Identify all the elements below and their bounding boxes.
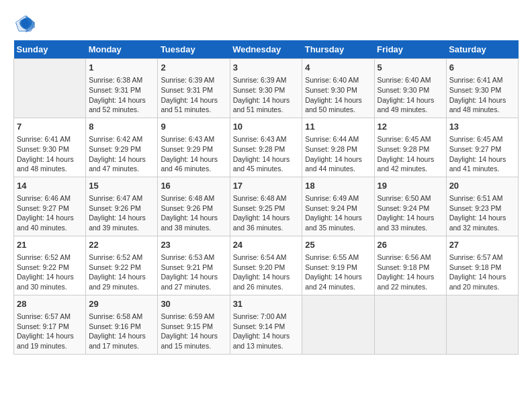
day-info: Sunrise: 6:45 AM Sunset: 9:27 PM Dayligh… xyxy=(449,134,515,174)
day-number: 23 xyxy=(161,239,226,251)
logo-icon xyxy=(15,13,35,34)
calendar-cell: 31Sunrise: 7:00 AM Sunset: 9:14 PM Dayli… xyxy=(230,295,302,354)
calendar-cell: 16Sunrise: 6:48 AM Sunset: 9:26 PM Dayli… xyxy=(158,177,230,236)
day-number: 25 xyxy=(305,239,371,251)
day-number: 5 xyxy=(378,62,443,74)
week-row-1: 1Sunrise: 6:38 AM Sunset: 9:31 PM Daylig… xyxy=(14,59,519,118)
calendar-cell xyxy=(14,59,86,118)
day-number: 27 xyxy=(449,239,515,251)
calendar-cell: 1Sunrise: 6:38 AM Sunset: 9:31 PM Daylig… xyxy=(86,59,158,118)
day-number: 4 xyxy=(305,62,371,74)
calendar-cell: 12Sunrise: 6:45 AM Sunset: 9:28 PM Dayli… xyxy=(374,118,446,177)
calendar-cell: 28Sunrise: 6:57 AM Sunset: 9:17 PM Dayli… xyxy=(14,295,86,354)
day-info: Sunrise: 6:57 AM Sunset: 9:17 PM Dayligh… xyxy=(17,312,83,351)
day-number: 10 xyxy=(233,121,300,133)
week-row-5: 28Sunrise: 6:57 AM Sunset: 9:17 PM Dayli… xyxy=(14,295,519,354)
weekday-header-wednesday: Wednesday xyxy=(230,40,302,59)
day-info: Sunrise: 6:38 AM Sunset: 9:31 PM Dayligh… xyxy=(89,75,154,115)
day-info: Sunrise: 6:45 AM Sunset: 9:28 PM Dayligh… xyxy=(378,134,443,174)
calendar-cell: 14Sunrise: 6:46 AM Sunset: 9:27 PM Dayli… xyxy=(14,177,86,236)
calendar-cell: 2Sunrise: 6:39 AM Sunset: 9:31 PM Daylig… xyxy=(158,59,230,118)
calendar-cell: 24Sunrise: 6:54 AM Sunset: 9:20 PM Dayli… xyxy=(230,236,302,295)
calendar-cell: 5Sunrise: 6:40 AM Sunset: 9:30 PM Daylig… xyxy=(374,59,446,118)
day-info: Sunrise: 6:48 AM Sunset: 9:26 PM Dayligh… xyxy=(161,193,226,233)
day-number: 16 xyxy=(161,180,226,192)
weekday-header-saturday: Saturday xyxy=(446,40,518,59)
day-info: Sunrise: 6:54 AM Sunset: 9:20 PM Dayligh… xyxy=(233,253,300,292)
day-number: 12 xyxy=(378,121,443,133)
day-number: 29 xyxy=(89,298,154,310)
calendar-cell: 9Sunrise: 6:43 AM Sunset: 9:29 PM Daylig… xyxy=(158,118,230,177)
calendar-cell: 23Sunrise: 6:53 AM Sunset: 9:21 PM Dayli… xyxy=(158,236,230,295)
day-info: Sunrise: 6:52 AM Sunset: 9:22 PM Dayligh… xyxy=(89,253,154,292)
calendar-cell: 3Sunrise: 6:39 AM Sunset: 9:30 PM Daylig… xyxy=(230,59,302,118)
calendar-cell: 18Sunrise: 6:49 AM Sunset: 9:24 PM Dayli… xyxy=(302,177,374,236)
day-info: Sunrise: 6:56 AM Sunset: 9:18 PM Dayligh… xyxy=(378,253,443,292)
calendar-cell: 6Sunrise: 6:41 AM Sunset: 9:30 PM Daylig… xyxy=(446,59,518,118)
day-number: 15 xyxy=(89,180,154,192)
day-info: Sunrise: 6:43 AM Sunset: 9:28 PM Dayligh… xyxy=(233,134,300,174)
calendar-cell: 17Sunrise: 6:48 AM Sunset: 9:25 PM Dayli… xyxy=(230,177,302,236)
calendar-cell: 21Sunrise: 6:52 AM Sunset: 9:22 PM Dayli… xyxy=(14,236,86,295)
day-info: Sunrise: 6:50 AM Sunset: 9:24 PM Dayligh… xyxy=(378,193,443,233)
day-info: Sunrise: 6:52 AM Sunset: 9:22 PM Dayligh… xyxy=(17,253,83,292)
day-info: Sunrise: 6:41 AM Sunset: 9:30 PM Dayligh… xyxy=(449,75,515,115)
day-number: 11 xyxy=(305,121,371,133)
calendar-cell xyxy=(302,295,374,354)
day-number: 13 xyxy=(449,121,515,133)
calendar-cell: 27Sunrise: 6:57 AM Sunset: 9:18 PM Dayli… xyxy=(446,236,518,295)
calendar-cell: 4Sunrise: 6:40 AM Sunset: 9:30 PM Daylig… xyxy=(302,59,374,118)
weekday-header-tuesday: Tuesday xyxy=(158,40,230,59)
header xyxy=(13,13,519,34)
day-number: 24 xyxy=(233,239,300,251)
day-number: 26 xyxy=(378,239,443,251)
calendar-cell xyxy=(446,295,518,354)
day-info: Sunrise: 7:00 AM Sunset: 9:14 PM Dayligh… xyxy=(233,312,300,351)
day-number: 30 xyxy=(161,298,226,310)
day-number: 3 xyxy=(233,62,300,74)
logo xyxy=(13,13,35,34)
calendar-cell: 11Sunrise: 6:44 AM Sunset: 9:28 PM Dayli… xyxy=(302,118,374,177)
day-number: 22 xyxy=(89,239,154,251)
day-info: Sunrise: 6:40 AM Sunset: 9:30 PM Dayligh… xyxy=(378,75,443,115)
weekday-header-thursday: Thursday xyxy=(302,40,374,59)
week-row-4: 21Sunrise: 6:52 AM Sunset: 9:22 PM Dayli… xyxy=(14,236,519,295)
week-row-3: 14Sunrise: 6:46 AM Sunset: 9:27 PM Dayli… xyxy=(14,177,519,236)
calendar-cell: 13Sunrise: 6:45 AM Sunset: 9:27 PM Dayli… xyxy=(446,118,518,177)
day-info: Sunrise: 6:39 AM Sunset: 9:31 PM Dayligh… xyxy=(161,75,226,115)
calendar-cell: 15Sunrise: 6:47 AM Sunset: 9:26 PM Dayli… xyxy=(86,177,158,236)
weekday-header-row: SundayMondayTuesdayWednesdayThursdayFrid… xyxy=(14,40,519,59)
calendar-cell: 20Sunrise: 6:51 AM Sunset: 9:23 PM Dayli… xyxy=(446,177,518,236)
calendar-cell: 22Sunrise: 6:52 AM Sunset: 9:22 PM Dayli… xyxy=(86,236,158,295)
day-info: Sunrise: 6:58 AM Sunset: 9:16 PM Dayligh… xyxy=(89,312,154,351)
day-number: 20 xyxy=(449,180,515,192)
day-number: 21 xyxy=(17,239,83,251)
weekday-header-sunday: Sunday xyxy=(14,40,86,59)
day-number: 1 xyxy=(89,62,154,74)
day-info: Sunrise: 6:44 AM Sunset: 9:28 PM Dayligh… xyxy=(305,134,371,174)
calendar-cell xyxy=(374,295,446,354)
day-number: 8 xyxy=(89,121,154,133)
day-info: Sunrise: 6:59 AM Sunset: 9:15 PM Dayligh… xyxy=(161,312,226,351)
day-number: 6 xyxy=(449,62,515,74)
day-info: Sunrise: 6:39 AM Sunset: 9:30 PM Dayligh… xyxy=(233,75,300,115)
day-info: Sunrise: 6:51 AM Sunset: 9:23 PM Dayligh… xyxy=(449,193,515,233)
day-number: 18 xyxy=(305,180,371,192)
day-number: 14 xyxy=(17,180,83,192)
day-info: Sunrise: 6:55 AM Sunset: 9:19 PM Dayligh… xyxy=(305,253,371,292)
day-info: Sunrise: 6:42 AM Sunset: 9:29 PM Dayligh… xyxy=(89,134,154,174)
calendar-cell: 10Sunrise: 6:43 AM Sunset: 9:28 PM Dayli… xyxy=(230,118,302,177)
day-info: Sunrise: 6:53 AM Sunset: 9:21 PM Dayligh… xyxy=(161,253,226,292)
day-number: 31 xyxy=(233,298,300,310)
calendar-table: SundayMondayTuesdayWednesdayThursdayFrid… xyxy=(13,40,519,355)
day-info: Sunrise: 6:49 AM Sunset: 9:24 PM Dayligh… xyxy=(305,193,371,233)
day-number: 17 xyxy=(233,180,300,192)
calendar-cell: 26Sunrise: 6:56 AM Sunset: 9:18 PM Dayli… xyxy=(374,236,446,295)
day-info: Sunrise: 6:47 AM Sunset: 9:26 PM Dayligh… xyxy=(89,193,154,233)
day-info: Sunrise: 6:57 AM Sunset: 9:18 PM Dayligh… xyxy=(449,253,515,292)
calendar-cell: 25Sunrise: 6:55 AM Sunset: 9:19 PM Dayli… xyxy=(302,236,374,295)
week-row-2: 7Sunrise: 6:41 AM Sunset: 9:30 PM Daylig… xyxy=(14,118,519,177)
day-number: 28 xyxy=(17,298,83,310)
day-info: Sunrise: 6:48 AM Sunset: 9:25 PM Dayligh… xyxy=(233,193,300,233)
day-number: 19 xyxy=(378,180,443,192)
